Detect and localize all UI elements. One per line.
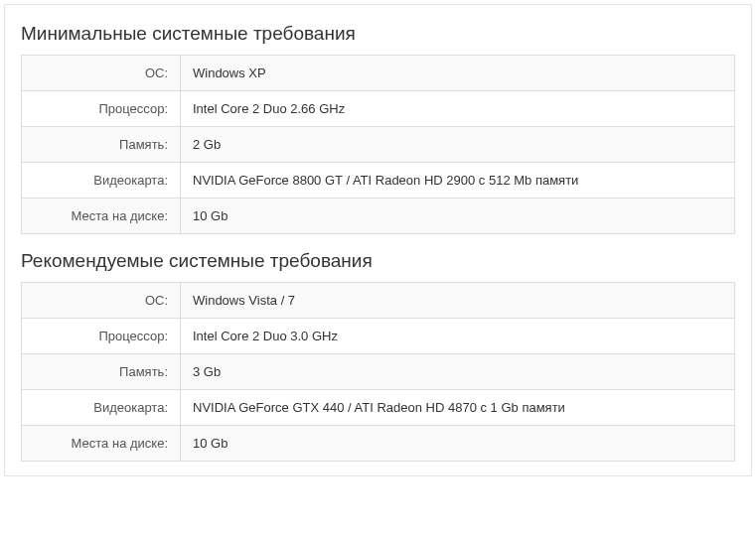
req-label: Видеокарта:	[22, 163, 181, 199]
recommended-requirements-table: ОС: Windows Vista / 7 Процессор: Intel C…	[21, 282, 735, 462]
req-label: Места на диске:	[22, 199, 181, 234]
req-value: NVIDIA GeForce 8800 GT / ATI Radeon HD 2…	[181, 163, 735, 199]
table-row: ОС: Windows XP	[22, 56, 735, 91]
req-value: Windows Vista / 7	[181, 283, 735, 319]
req-label: Память:	[22, 127, 181, 163]
req-value: 10 Gb	[181, 199, 735, 234]
req-label: Процессор:	[22, 319, 181, 354]
req-label: ОС:	[22, 283, 181, 319]
table-row: Места на диске: 10 Gb	[22, 426, 735, 462]
table-row: Процессор: Intel Core 2 Duo 2.66 GHz	[22, 91, 735, 127]
req-value: 3 Gb	[181, 354, 735, 390]
table-row: Память: 3 Gb	[22, 354, 735, 390]
req-value: Windows XP	[181, 56, 735, 91]
req-label: ОС:	[22, 56, 181, 91]
req-value: 2 Gb	[181, 127, 735, 163]
section-title-minimum: Минимальные системные требования	[21, 17, 735, 55]
table-row: Видеокарта: NVIDIA GeForce GTX 440 / ATI…	[22, 390, 735, 426]
table-row: Память: 2 Gb	[22, 127, 735, 163]
section-title-recommended: Рекомендуемые системные требования	[21, 234, 735, 282]
req-value: 10 Gb	[181, 426, 735, 462]
req-label: Видеокарта:	[22, 390, 181, 426]
table-row: Процессор: Intel Core 2 Duo 3.0 GHz	[22, 319, 735, 354]
req-label: Процессор:	[22, 91, 181, 127]
table-row: ОС: Windows Vista / 7	[22, 283, 735, 319]
req-value: Intel Core 2 Duo 3.0 GHz	[181, 319, 735, 354]
table-row: Места на диске: 10 Gb	[22, 199, 735, 234]
minimum-requirements-table: ОС: Windows XP Процессор: Intel Core 2 D…	[21, 55, 735, 234]
table-row: Видеокарта: NVIDIA GeForce 8800 GT / ATI…	[22, 163, 735, 199]
req-label: Память:	[22, 354, 181, 390]
requirements-panel: Минимальные системные требования ОС: Win…	[4, 4, 752, 476]
req-label: Места на диске:	[22, 426, 181, 462]
req-value: NVIDIA GeForce GTX 440 / ATI Radeon HD 4…	[181, 390, 735, 426]
req-value: Intel Core 2 Duo 2.66 GHz	[181, 91, 735, 127]
